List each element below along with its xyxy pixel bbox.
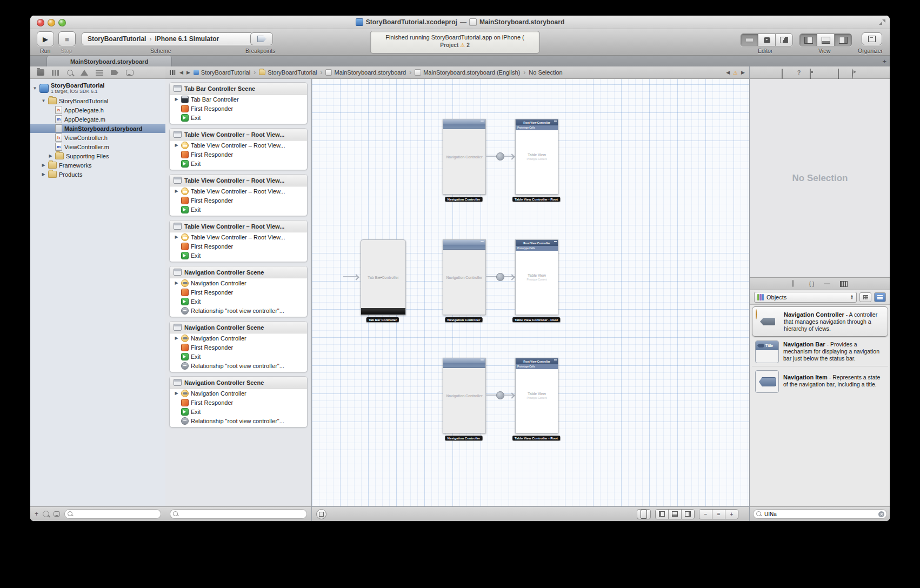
disclosure-icon[interactable]: ▼ <box>41 98 46 103</box>
identity-inspector-icon[interactable] <box>810 69 811 79</box>
symbol-navigator-icon[interactable] <box>52 70 59 76</box>
library-search-input[interactable] <box>763 511 878 518</box>
tab-bar-controller-scene[interactable]: Tab Bar Controller <box>361 239 406 315</box>
outline-row[interactable]: First Responder <box>170 398 307 407</box>
breadcrumb[interactable]: MainStoryboard.storyboard <box>325 69 406 76</box>
disclosure-icon[interactable]: ▶ <box>174 280 179 285</box>
breadcrumb[interactable]: MainStoryboard.storyboard (English) <box>415 69 520 76</box>
back-button[interactable]: ◀ <box>179 70 183 75</box>
segue-badge[interactable] <box>496 391 504 399</box>
tree-row-file[interactable]: m ViewController.m <box>30 142 165 151</box>
segue-badge[interactable] <box>496 273 504 281</box>
recent-files-icon[interactable] <box>43 511 49 517</box>
toggle-navigator-button[interactable] <box>800 34 817 46</box>
outline-row[interactable]: ▶Navigation Controller <box>170 333 307 343</box>
navigator-filter-field[interactable] <box>64 509 161 519</box>
previous-issue-button[interactable]: ◀ <box>726 70 730 75</box>
outline-row[interactable]: ▶Tab Bar Controller <box>170 95 307 104</box>
code-snippet-library-icon[interactable]: { } <box>809 281 814 287</box>
scene-label[interactable]: Navigation Controller <box>445 436 482 440</box>
size-inspector-icon[interactable] <box>838 69 839 79</box>
table-view-controller-scene[interactable]: Root View Controller Prototype Cells Tab… <box>515 119 558 195</box>
outline-row[interactable]: Exit <box>170 205 307 216</box>
version-editor-button[interactable] <box>776 34 792 46</box>
layout-bottom-button[interactable] <box>669 510 682 519</box>
breadcrumb[interactable]: StoryBoardTutorial <box>194 69 250 76</box>
object-library-button[interactable] <box>824 283 830 284</box>
connections-inspector-icon[interactable] <box>852 69 853 79</box>
segue-badge[interactable] <box>496 152 504 161</box>
scene-header[interactable]: Navigation Controller Scene <box>170 266 307 278</box>
library-item-navigation-bar[interactable]: Title Navigation Bar - Provides a mechan… <box>752 337 888 366</box>
quick-help-inspector-icon[interactable]: ? <box>796 69 803 76</box>
zoom-actual-button[interactable]: = <box>712 510 725 519</box>
disclosure-icon[interactable]: ▶ <box>41 172 46 177</box>
scene-label[interactable]: Navigation Controller <box>445 197 482 202</box>
scene-label[interactable]: Table View Controller - Root <box>512 436 560 440</box>
tree-row-supporting-files[interactable]: ▶ Supporting Files <box>30 151 165 161</box>
library-item-navigation-controller[interactable]: Navigation Controller - A controller tha… <box>752 306 888 337</box>
scene-header[interactable]: Navigation Controller Scene <box>170 377 307 389</box>
scene-header[interactable]: Table View Controller – Root View... <box>170 129 307 141</box>
tree-row-frameworks[interactable]: ▶ Frameworks <box>30 161 165 170</box>
assistant-editor-button[interactable] <box>758 34 776 46</box>
tree-row-group[interactable]: ▼ StoryBoardTutorial <box>30 96 165 105</box>
navigation-controller-scene[interactable]: Navigation Controller <box>443 239 486 315</box>
device-orientation-button[interactable] <box>637 509 651 519</box>
forward-button[interactable]: ▶ <box>186 70 190 75</box>
scheme-selector[interactable]: StoryBoardTutorial › iPhone 6.1 Simulato… <box>82 32 253 45</box>
outline-row[interactable]: Exit <box>170 159 307 170</box>
breadcrumb[interactable]: No Selection <box>529 69 562 76</box>
scm-status-icon[interactable] <box>54 511 60 517</box>
minimize-window-button[interactable] <box>48 19 55 26</box>
table-view-controller-scene[interactable]: Root View Controller Prototype Cells Tab… <box>515 239 558 315</box>
tree-row-file[interactable]: m AppDelegate.m <box>30 115 165 124</box>
search-navigator-icon[interactable] <box>67 70 73 76</box>
outline-row[interactable]: Exit <box>170 113 307 124</box>
tree-row-file-selected[interactable]: MainStoryboard.storyboard <box>30 124 165 133</box>
library-search-field[interactable] <box>753 509 887 519</box>
toggle-debug-area-button[interactable] <box>817 34 835 46</box>
tab-mainstoryboard[interactable]: MainStoryboard.storyboard <box>46 56 172 67</box>
warning-icon[interactable]: ⚠ <box>733 70 738 76</box>
related-items-icon[interactable] <box>170 70 176 75</box>
outline-row[interactable]: Exit <box>170 297 307 306</box>
layout-standard-button[interactable] <box>656 510 669 519</box>
clear-search-icon[interactable] <box>878 511 884 517</box>
fullscreen-icon[interactable] <box>879 19 885 25</box>
navigation-controller-scene[interactable]: Navigation Controller <box>443 119 486 195</box>
library-grid-view-button[interactable] <box>859 292 871 302</box>
outline-row[interactable]: ▶Navigation Controller <box>170 278 307 288</box>
stepper-icon[interactable]: ▲▼ <box>850 295 854 300</box>
file-inspector-icon[interactable] <box>782 69 783 79</box>
tree-row-file[interactable]: h ViewController.h <box>30 133 165 142</box>
outline-row[interactable]: First Responder <box>170 343 307 352</box>
outline-row[interactable]: ▶Table View Controller – Root View... <box>170 232 307 242</box>
stop-button[interactable]: ■ <box>58 31 76 46</box>
organizer-button[interactable] <box>862 32 882 45</box>
outline-row[interactable]: Relationship "root view controller"... <box>170 361 307 372</box>
scene-label[interactable]: Table View Controller - Root <box>512 197 560 202</box>
run-button[interactable]: ▶ <box>37 31 54 46</box>
outline-row[interactable]: Exit <box>170 407 307 416</box>
zoom-out-button[interactable]: − <box>699 510 712 519</box>
library-list-view-button[interactable] <box>874 292 886 302</box>
outline-row[interactable]: ▶Table View Controller – Root View... <box>170 141 307 150</box>
debug-navigator-icon[interactable] <box>96 70 103 76</box>
outline-row[interactable]: First Responder <box>170 288 307 297</box>
outline-filter-field[interactable] <box>170 509 307 519</box>
storyboard-canvas[interactable]: Navigation Controller Navigation Control… <box>312 79 749 506</box>
scene-header[interactable]: Tab Bar Controller Scene <box>170 83 307 95</box>
outline-row[interactable]: ▶Table View Controller – Root View... <box>170 186 307 196</box>
layout-right-button[interactable] <box>682 510 694 519</box>
next-issue-button[interactable]: ▶ <box>741 70 745 75</box>
outline-row[interactable]: Exit <box>170 251 307 262</box>
library-item-navigation-item[interactable]: Navigation Item - Represents a state of … <box>752 366 888 396</box>
outline-row[interactable]: Exit <box>170 352 307 361</box>
breadcrumb[interactable]: StoryBoardTutorial <box>259 69 317 76</box>
disclosure-icon[interactable]: ▶ <box>48 153 53 158</box>
scene-label[interactable]: Tab Bar Controller <box>366 317 399 322</box>
breakpoint-navigator-icon[interactable] <box>111 70 118 75</box>
outline-row[interactable]: ▶Navigation Controller <box>170 389 307 398</box>
disclosure-icon[interactable]: ▼ <box>32 86 37 91</box>
